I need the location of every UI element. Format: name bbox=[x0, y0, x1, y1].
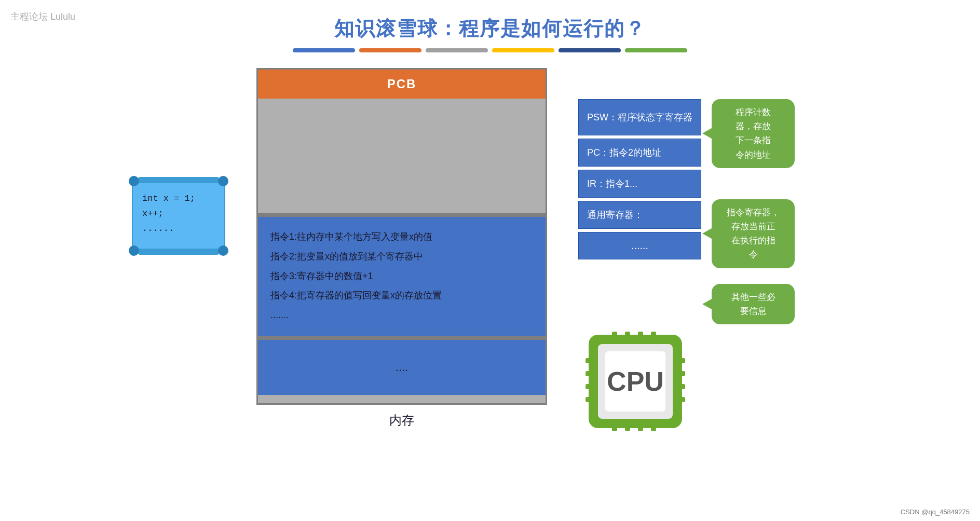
instruction-2: 指令2:把变量x的值放到某个寄存器中 bbox=[270, 247, 533, 267]
color-bar-4 bbox=[492, 48, 554, 52]
bubble-wrap-2: 指令寄存器，存放当前正在执行的指令 bbox=[712, 199, 795, 268]
registers-col: PSW：程序状态字寄存器 PC：指令2的地址 IR：指令1... 通用寄存器： … bbox=[578, 99, 701, 259]
svg-rect-4 bbox=[612, 332, 617, 344]
logo-text: 主程论坛 Lululu bbox=[10, 11, 75, 22]
reg-ir: IR：指令1... bbox=[578, 170, 701, 198]
speech-bubble-1: 程序计数器，存放下一条指令的地址 bbox=[712, 99, 795, 168]
color-bar-1 bbox=[293, 48, 355, 52]
svg-rect-15 bbox=[586, 397, 598, 402]
mem-blue-instructions: 指令1:往内存中某个地方写入变量x的值 指令2:把变量x的值放到某个寄存器中 指… bbox=[258, 217, 546, 336]
memory-diagram: PCB 指令1:往内存中某个地方写入变量x的值 指令2:把变量x的值放到某个寄存… bbox=[256, 68, 547, 405]
color-bar-6 bbox=[625, 48, 687, 52]
page-title: 知识滚雪球：程序是如何运行的？ bbox=[0, 16, 980, 42]
svg-rect-13 bbox=[586, 371, 598, 376]
scroll-curl-bl bbox=[129, 245, 139, 256]
mem-gray-top bbox=[258, 99, 546, 213]
watermark: CSDN @qq_45849275 bbox=[901, 508, 970, 516]
instruction-dots: ....... bbox=[270, 306, 533, 325]
mem-gray-bottom bbox=[258, 395, 546, 403]
bubble-wrap-1: 程序计数器，存放下一条指令的地址 bbox=[712, 99, 795, 168]
svg-rect-14 bbox=[586, 384, 598, 389]
svg-rect-16 bbox=[673, 358, 685, 363]
right-panel: PSW：程序状态字寄存器 PC：指令2的地址 IR：指令1... 通用寄存器： … bbox=[578, 68, 848, 433]
svg-rect-5 bbox=[625, 332, 630, 344]
instruction-1: 指令1:往内存中某个地方写入变量x的值 bbox=[270, 227, 533, 247]
main-content: int x = 1; x++; ...... PCB 指令1:往内存中某个地方写… bbox=[0, 63, 980, 433]
reg-general: 通用寄存器： bbox=[578, 201, 701, 229]
reg-psw: PSW：程序状态字寄存器 bbox=[578, 99, 701, 135]
svg-rect-10 bbox=[638, 419, 643, 431]
bubble-wrap-3: 其他一些必要信息 bbox=[712, 284, 795, 324]
bubbles-col: 程序计数器，存放下一条指令的地址 指令寄存器，存放当前正在执行的指令 其他一些必… bbox=[712, 99, 795, 324]
registers-bubbles-row: PSW：程序状态字寄存器 PC：指令2的地址 IR：指令1... 通用寄存器： … bbox=[578, 68, 848, 324]
pcb-header: PCB bbox=[258, 70, 546, 99]
color-bar-5 bbox=[559, 48, 621, 52]
svg-rect-11 bbox=[651, 419, 656, 431]
svg-rect-19 bbox=[673, 397, 685, 402]
color-bar-3 bbox=[426, 48, 488, 52]
memory-section: PCB 指令1:往内存中某个地方写入变量x的值 指令2:把变量x的值放到某个寄存… bbox=[256, 68, 547, 429]
color-bar-2 bbox=[359, 48, 421, 52]
svg-rect-8 bbox=[612, 419, 617, 431]
scroll-curl-tl bbox=[129, 176, 139, 186]
speech-bubble-3: 其他一些必要信息 bbox=[712, 284, 795, 324]
reg-pc: PC：指令2的地址 bbox=[578, 139, 701, 167]
svg-text:CPU: CPU bbox=[607, 366, 664, 396]
scroll-curl-tr bbox=[218, 176, 228, 186]
svg-rect-7 bbox=[651, 332, 656, 344]
code-scroll-body: int x = 1; x++; ...... bbox=[132, 182, 225, 250]
logo-area: 主程论坛 Lululu bbox=[10, 10, 75, 23]
code-line-1: int x = 1; bbox=[142, 191, 215, 207]
code-scroll: int x = 1; x++; ...... bbox=[132, 182, 225, 250]
svg-rect-12 bbox=[586, 358, 598, 363]
code-line-3: ...... bbox=[142, 222, 215, 237]
color-bar bbox=[0, 48, 980, 52]
cpu-svg-icon: CPU bbox=[583, 330, 687, 433]
svg-rect-9 bbox=[625, 419, 630, 431]
svg-rect-17 bbox=[673, 371, 685, 376]
code-line-2: x++; bbox=[142, 207, 215, 222]
header: 知识滚雪球：程序是如何运行的？ bbox=[0, 0, 980, 52]
mem-blue-dots: .... bbox=[258, 340, 546, 395]
mem-divider-1 bbox=[258, 213, 546, 217]
reg-dots: ...... bbox=[578, 232, 701, 259]
memory-label: 内存 bbox=[389, 412, 414, 429]
svg-rect-18 bbox=[673, 384, 685, 389]
instruction-3: 指令3:寄存器中的数值+1 bbox=[270, 267, 533, 286]
scroll-curl-br bbox=[218, 245, 228, 256]
instruction-4: 指令4:把寄存器的值写回变量x的存放位置 bbox=[270, 286, 533, 306]
speech-bubble-2: 指令寄存器，存放当前正在执行的指令 bbox=[712, 199, 795, 268]
cpu-icon-area: CPU bbox=[583, 330, 848, 433]
svg-rect-6 bbox=[638, 332, 643, 344]
mem-divider-2 bbox=[258, 336, 546, 340]
